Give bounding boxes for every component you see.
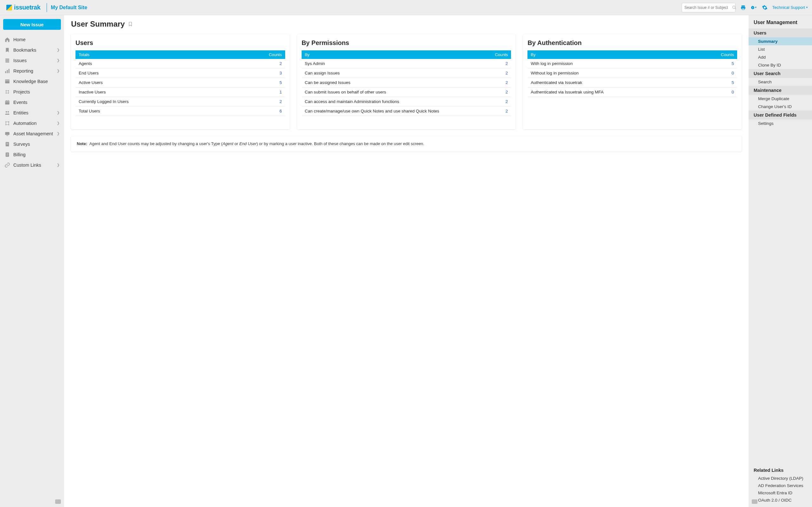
nav-label: Entities <box>13 110 29 115</box>
row-count[interactable]: 5 <box>280 80 282 85</box>
svg-point-15 <box>6 90 7 91</box>
right-nav-item-change-user-s-id[interactable]: Change User's ID <box>749 103 812 111</box>
table-row: Without log in permission0 <box>527 68 737 78</box>
row-label: Currently Logged In Users <box>79 99 280 104</box>
collapse-left-icon[interactable] <box>55 499 61 504</box>
right-nav-item-settings[interactable]: Settings <box>749 119 812 127</box>
row-count[interactable]: 0 <box>732 90 734 95</box>
nav-item-automation[interactable]: Automation❯ <box>3 118 61 128</box>
note-em: End User <box>239 141 256 146</box>
chevron-right-icon: ❯ <box>57 111 60 115</box>
nav-item-asset-management[interactable]: Asset Management❯ <box>3 128 61 139</box>
related-link[interactable]: AD Federation Services <box>749 482 812 489</box>
svg-point-25 <box>5 121 6 122</box>
row-count[interactable]: 2 <box>280 61 282 66</box>
row-label: Can be assigned Issues <box>305 80 506 85</box>
nav-item-projects[interactable]: Projects <box>3 87 61 97</box>
row-count[interactable]: 2 <box>506 109 508 113</box>
page-title: User Summary <box>71 20 125 29</box>
right-nav-item-search[interactable]: Search <box>749 78 812 86</box>
right-nav-item-merge-duplicate[interactable]: Merge Duplicate <box>749 95 812 103</box>
row-label: Without log in permission <box>531 71 731 75</box>
nav-item-custom-links[interactable]: Custom Links❯ <box>3 160 61 170</box>
related-link[interactable]: Microsoft Entra ID <box>749 489 812 497</box>
search-input[interactable] <box>684 5 732 10</box>
row-count[interactable]: 2 <box>506 99 508 104</box>
chevron-right-icon: ❯ <box>57 121 60 125</box>
logo[interactable]: issuetrak <box>4 4 43 11</box>
table-row: Can be assigned Issues2 <box>302 78 511 88</box>
right-nav-item-list[interactable]: List <box>749 45 812 53</box>
left-nav: New Issue HomeBookmarks❯Issues❯Reporting… <box>0 15 64 507</box>
row-count[interactable]: 1 <box>280 90 282 95</box>
bookmark-icon[interactable] <box>128 21 133 27</box>
billing-icon <box>4 152 10 158</box>
gear-icon[interactable] <box>762 4 768 11</box>
chevron-right-icon: ❯ <box>57 131 60 135</box>
right-nav-item-summary[interactable]: Summary <box>749 38 812 45</box>
home-icon <box>4 37 10 43</box>
table-row: Can submit Issues on behalf of other use… <box>302 88 511 97</box>
col-header-right: Counts <box>269 52 282 57</box>
help-icon[interactable]: ? ▼ <box>751 4 757 11</box>
row-label: Can submit Issues on behalf of other use… <box>305 90 506 95</box>
nav-item-bookmarks[interactable]: Bookmarks❯ <box>3 45 61 55</box>
chevron-right-icon: ❯ <box>57 163 60 167</box>
svg-text:?: ? <box>752 6 753 9</box>
tech-support-link[interactable]: Technical Support ▼ <box>772 5 808 10</box>
row-count[interactable]: 3 <box>280 71 282 75</box>
nav-item-surveys[interactable]: Surveys <box>3 139 61 149</box>
table-row: Inactive Users1 <box>75 88 285 97</box>
issues-icon <box>4 58 10 63</box>
related-link[interactable]: Active Directory (LDAP) <box>749 475 812 482</box>
nav-item-events[interactable]: Events <box>3 97 61 107</box>
logo-text: issuetrak <box>14 4 40 11</box>
search-box[interactable] <box>681 3 735 12</box>
users-card: Users Totals Counts Agents2End Users3Act… <box>71 34 290 129</box>
nav-label: Asset Management <box>13 131 53 136</box>
new-issue-button[interactable]: New Issue <box>3 19 61 30</box>
site-name[interactable]: My Default Site <box>51 5 87 10</box>
row-count[interactable]: 2 <box>506 61 508 66</box>
card-title: By Permissions <box>302 39 511 47</box>
svg-point-27 <box>5 124 6 125</box>
nav-item-billing[interactable]: Billing <box>3 149 61 160</box>
row-label: Authenticated via Issuetrak using MFA <box>531 90 731 95</box>
related-link[interactable]: OAuth 2.0 / OIDC <box>749 497 812 504</box>
collapse-right-icon[interactable] <box>752 499 757 504</box>
print-icon[interactable] <box>740 4 746 11</box>
row-count[interactable]: 2 <box>280 99 282 104</box>
right-nav-item-add[interactable]: Add <box>749 53 812 61</box>
table-row: End Users3 <box>75 68 285 78</box>
svg-rect-11 <box>7 70 8 73</box>
table-row: Can access and maintain Administration f… <box>302 97 511 107</box>
nav-label: Billing <box>13 152 26 157</box>
right-nav-item-clone-by-id[interactable]: Clone By ID <box>749 61 812 69</box>
svg-rect-30 <box>6 135 8 136</box>
right-nav-section-head: Users <box>749 29 812 38</box>
nav-item-reporting[interactable]: Reporting❯ <box>3 66 61 76</box>
row-label: End Users <box>79 71 280 75</box>
table-row: Can create/manage/use own Quick Notes an… <box>302 107 511 116</box>
search-icon[interactable] <box>732 5 737 10</box>
row-count[interactable]: 2 <box>506 71 508 75</box>
row-count[interactable]: 2 <box>506 90 508 95</box>
divider <box>47 3 47 12</box>
nav-item-issues[interactable]: Issues❯ <box>3 55 61 66</box>
nav-item-knowledge-base[interactable]: Knowledge Base <box>3 76 61 87</box>
right-nav-section-head: Maintenance <box>749 86 812 95</box>
nav-label: Bookmarks <box>13 48 37 53</box>
nav-item-entities[interactable]: Entities❯ <box>3 107 61 118</box>
nav-label: Surveys <box>13 142 30 147</box>
note-label: Note: <box>77 141 87 146</box>
auth-card: By Authentication By Counts With log in … <box>523 34 742 129</box>
row-count[interactable]: 0 <box>732 71 734 75</box>
row-count[interactable]: 2 <box>506 80 508 85</box>
card-title: By Authentication <box>527 39 737 47</box>
nav-label: Knowledge Base <box>13 79 48 84</box>
nav-label: Events <box>13 100 27 105</box>
nav-item-home[interactable]: Home <box>3 34 61 45</box>
row-count[interactable]: 5 <box>732 61 734 66</box>
row-count[interactable]: 6 <box>280 109 282 113</box>
row-count[interactable]: 5 <box>732 80 734 85</box>
